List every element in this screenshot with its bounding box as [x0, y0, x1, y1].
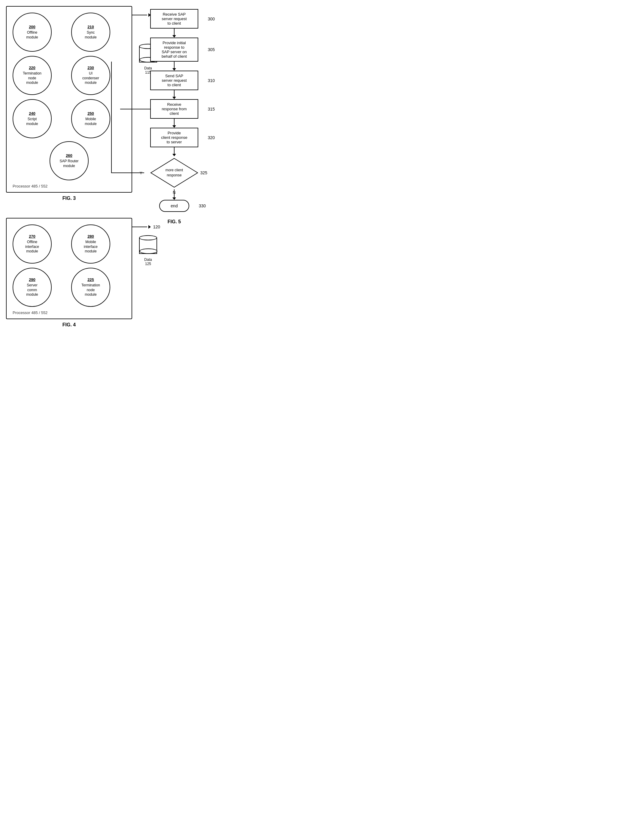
- step-320-text: Provideclient responseto server: [161, 131, 187, 144]
- module-270: 270 Offlineinterfacemodule: [12, 224, 52, 264]
- step-310-box: Send SAPserver requestto client: [150, 71, 198, 90]
- module-290: 290 Servercommmodule: [12, 268, 52, 307]
- step-300-container: Receive SAPserver requestto client 300: [150, 9, 198, 29]
- step-310-num: 310: [208, 78, 215, 83]
- module-240-num: 240: [29, 111, 35, 116]
- fig4-data-cylinder: Data125: [139, 235, 157, 266]
- step-305-num: 305: [208, 47, 215, 52]
- step-315-container: Receiveresponse fromclient 315: [150, 99, 198, 119]
- module-260-name: SAP Routermodule: [60, 159, 78, 168]
- arrow-300-305: [172, 29, 176, 38]
- module-230: 230 UIcondensermodule: [71, 56, 110, 95]
- step-310-container: Send SAPserver requestto client 310: [150, 71, 198, 90]
- fig4-processor-box: 120 Data125 270 Offline: [6, 218, 132, 319]
- module-290-name: Servercommmodule: [26, 283, 38, 297]
- step-330-end: end: [159, 200, 189, 212]
- step-315-num: 315: [208, 107, 215, 112]
- step-325-num: 325: [200, 170, 207, 175]
- module-250-name: Mobilemodule: [85, 117, 97, 126]
- arrow-305-310: [172, 61, 176, 71]
- module-260-num: 260: [66, 153, 72, 158]
- fig3-processor-label: Processor 485 / 552: [12, 184, 126, 189]
- module-220-num: 220: [29, 66, 35, 70]
- step-315-box: Receiveresponse fromclient: [150, 99, 198, 119]
- module-230-num: 230: [87, 66, 94, 70]
- fig4-modules-grid: 270 Offlineinterfacemodule 280 Mobileint…: [12, 224, 126, 307]
- module-200: 200 Offlinemodule: [12, 12, 52, 52]
- step-320-box: Provideclient responseto server: [150, 128, 198, 147]
- step-305-text: Provide initialresponse toSAP server onb…: [162, 41, 187, 58]
- step-325-container: more clientresponse 325 Y N: [144, 156, 204, 189]
- step-320-container: Provideclient responseto server 320: [150, 128, 198, 147]
- module-200-name: Offlinemodule: [26, 30, 38, 40]
- step-310-text: Send SAPserver requestto client: [162, 74, 187, 87]
- fig5-wrapper: Receive SAPserver requestto client 300 P…: [144, 6, 204, 335]
- step-315-text: Receiveresponse fromclient: [162, 102, 187, 116]
- module-220-name: Terminationnodemodule: [23, 71, 41, 85]
- module-225-num: 225: [87, 277, 94, 282]
- module-280: 280 Mobileinterfacemodule: [71, 224, 110, 264]
- module-240-name: Scriptmodule: [26, 117, 38, 126]
- fig4-label: FIG. 4: [6, 322, 132, 328]
- fig3-processor-box: 110 Data115 200 Offline: [6, 6, 132, 193]
- module-220: 220 Terminationnodemodule: [12, 56, 52, 95]
- step-330-container: end 330: [159, 200, 189, 212]
- module-225: 225 Terminationnodemodule: [71, 268, 110, 307]
- step-330-num: 330: [199, 203, 206, 208]
- fig4-processor-label: Processor 485 / 552: [12, 310, 126, 315]
- step-305-container: Provide initialresponse toSAP server onb…: [150, 38, 198, 61]
- step-325-text: more clientresponse: [166, 168, 183, 178]
- module-250-num: 250: [87, 111, 94, 116]
- module-270-num: 270: [29, 234, 35, 239]
- step-330-text: end: [170, 203, 178, 208]
- step-305-box: Provide initialresponse toSAP server onb…: [150, 38, 198, 61]
- left-diagrams: 110 Data115 200 Offline: [6, 6, 132, 335]
- module-280-num: 280: [87, 234, 94, 239]
- module-200-num: 200: [29, 25, 35, 29]
- module-210-name: Syncmodule: [85, 30, 97, 40]
- fig3-center-module: 260 SAP Routermodule: [12, 141, 126, 180]
- loop-horiz-left: [111, 172, 144, 173]
- module-280-name: Mobileinterfacemodule: [84, 240, 98, 254]
- module-210: 210 Syncmodule: [71, 12, 110, 52]
- fig4-data-label: Data125: [144, 257, 152, 266]
- loop-arrow-top: [120, 107, 152, 111]
- arrow-315-320: [172, 119, 176, 128]
- module-230-name: UIcondensermodule: [82, 71, 99, 85]
- fig5-label: FIG. 5: [168, 219, 181, 224]
- fig3-label: FIG. 3: [6, 196, 132, 201]
- step-300-num: 300: [208, 17, 215, 21]
- step-320-num: 320: [208, 135, 215, 140]
- step-300-box: Receive SAPserver requestto client: [150, 9, 198, 29]
- module-290-num: 290: [29, 277, 35, 282]
- step-300-text: Receive SAPserver requestto client: [162, 12, 187, 26]
- arrow-320-325: [172, 147, 176, 156]
- module-210-num: 210: [87, 25, 94, 29]
- fig4-arrow-label: 120: [153, 224, 160, 229]
- loop-vert-left: [111, 61, 112, 173]
- step-325-no-label: N: [173, 190, 175, 195]
- module-250: 250 Mobilemodule: [71, 99, 110, 138]
- fig4-arrow: 120: [132, 224, 160, 229]
- module-240: 240 Scriptmodule: [12, 99, 52, 138]
- fig5-flowchart: Receive SAPserver requestto client 300 P…: [144, 6, 204, 212]
- fig3-modules-grid: 200 Offlinemodule 210 Syncmodule 220 Ter…: [12, 12, 126, 138]
- arrow-310-315: [172, 90, 176, 99]
- module-270-name: Offlineinterfacemodule: [25, 240, 39, 254]
- module-260: 260 SAP Routermodule: [49, 141, 89, 180]
- module-225-name: Terminationnodemodule: [81, 283, 100, 297]
